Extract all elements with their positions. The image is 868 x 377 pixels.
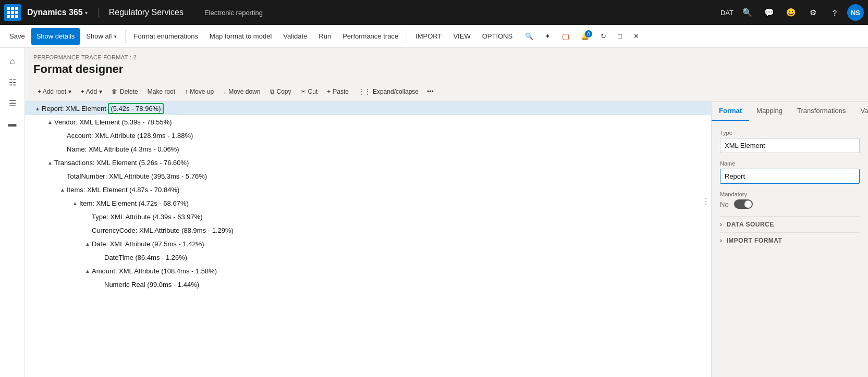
search-icon[interactable]: 🔍 bbox=[738, 3, 756, 22]
cmd-separator-1 bbox=[125, 30, 126, 43]
name-input[interactable] bbox=[720, 169, 860, 184]
import-button[interactable]: IMPORT bbox=[410, 28, 447, 45]
add-root-button[interactable]: + Add root ▾ bbox=[33, 84, 76, 99]
expand-icon: ⋮⋮ bbox=[358, 88, 371, 95]
data-source-section[interactable]: › DATA SOURCE bbox=[720, 216, 860, 232]
toggle-knob bbox=[744, 200, 752, 208]
show-all-button[interactable]: Show all ▾ bbox=[81, 28, 121, 45]
view-button[interactable]: VIEW bbox=[448, 28, 475, 45]
move-down-button[interactable]: ↓ Move down bbox=[219, 84, 264, 99]
mandatory-toggle[interactable] bbox=[734, 199, 753, 209]
show-details-button[interactable]: Show details bbox=[31, 28, 80, 45]
options-button[interactable]: OPTIONS bbox=[477, 28, 518, 45]
mandatory-no: No bbox=[720, 200, 729, 208]
name-label: Name bbox=[720, 160, 860, 167]
tree-item[interactable]: ▲Item: XML Element (4.72s - 68.67%) bbox=[25, 196, 711, 210]
settings-icon[interactable]: ⚙ bbox=[803, 3, 822, 22]
help-icon[interactable]: ? bbox=[825, 3, 844, 22]
refresh-icon[interactable]: ↻ bbox=[595, 28, 612, 45]
tree-item[interactable]: Account: XML Attribute (128.9ms - 1.88%) bbox=[25, 129, 711, 142]
tree-item[interactable]: Numeric Real (99.0ms - 1.44%) bbox=[25, 278, 711, 291]
tree-item-text: CurrencyCode: XML Attribute (88.9ms - 1.… bbox=[92, 227, 707, 234]
dynamics-chevron-icon[interactable]: ▾ bbox=[85, 10, 88, 16]
tree-toggle-icon bbox=[83, 212, 92, 221]
avatar[interactable]: NS bbox=[847, 4, 864, 21]
drag-handle[interactable]: ⋮ bbox=[701, 196, 711, 206]
sidebar-list-icon[interactable]: ☰ bbox=[3, 94, 22, 112]
chat-icon[interactable]: 💬 bbox=[760, 3, 778, 22]
move-down-icon: ↓ bbox=[223, 88, 226, 95]
tree-item-text: Date: XML Attribute (97.5ms - 1.42%) bbox=[92, 240, 707, 248]
bookmark-icon[interactable]: ✦ bbox=[540, 28, 556, 45]
tree-item[interactable]: ▲Amount: XML Attribute (108.4ms - 1.58%) bbox=[25, 264, 711, 278]
search-cmd-icon[interactable]: 🔍 bbox=[520, 28, 539, 45]
tree-toggle-icon bbox=[58, 145, 67, 153]
content-split: ▲Report: XML Element (5.42s - 78.96%)▲Ve… bbox=[25, 102, 868, 377]
maximize-icon[interactable]: □ bbox=[613, 28, 627, 45]
properties-panel: Format Mapping Transformations Validatio… bbox=[712, 102, 868, 377]
tab-transformations[interactable]: Transformations bbox=[790, 102, 853, 121]
sidebar-home-icon[interactable]: ⌂ bbox=[3, 52, 22, 71]
copy-icon: ⧉ bbox=[270, 88, 275, 95]
tree-toggle-icon bbox=[96, 280, 104, 288]
delete-button[interactable]: 🗑 Delete bbox=[107, 84, 142, 99]
office-icon[interactable]: ▢ bbox=[557, 28, 574, 45]
tree-toggle-icon[interactable]: ▲ bbox=[58, 185, 67, 194]
main-content: PERFORMANCE TRACE FORMAT : 2 Format desi… bbox=[25, 48, 868, 377]
add-root-chevron-icon: ▾ bbox=[68, 88, 71, 95]
tree-toggle-icon[interactable]: ▲ bbox=[33, 104, 42, 112]
tree-item-text: Items: XML Element (4.87s - 70.84%) bbox=[67, 186, 707, 194]
sidebar-layers-icon[interactable]: ▬ bbox=[3, 115, 22, 133]
tab-format[interactable]: Format bbox=[712, 102, 749, 121]
import-format-section[interactable]: › IMPORT FORMAT bbox=[720, 232, 860, 248]
tree-toggle-icon[interactable]: ▲ bbox=[46, 118, 54, 126]
tree-item[interactable]: ▲Report: XML Element (5.42s - 78.96%) bbox=[25, 102, 711, 115]
close-icon[interactable]: ✕ bbox=[628, 28, 644, 45]
performance-trace-button[interactable]: Performance trace bbox=[337, 28, 404, 45]
type-value: XML Element bbox=[720, 138, 860, 153]
tree-toggle-icon bbox=[83, 226, 92, 234]
tree-item-text: TotalNumber: XML Attribute (395.3ms - 5.… bbox=[67, 172, 707, 180]
paste-button[interactable]: + Paste bbox=[323, 84, 353, 99]
move-up-button[interactable]: ↑ Move up bbox=[180, 84, 218, 99]
mandatory-label: Mandatory bbox=[720, 191, 860, 197]
tree-item[interactable]: ▲Vendor: XML Element (5.39s - 78.55%) bbox=[25, 115, 711, 129]
cut-button[interactable]: ✂ Cut bbox=[297, 84, 322, 99]
tree-item[interactable]: ▲Transactions: XML Element (5.26s - 76.6… bbox=[25, 156, 711, 169]
tree-toggle-icon[interactable]: ▲ bbox=[83, 267, 92, 275]
format-toolbar: + Add root ▾ + Add ▾ 🗑 Delete Make root … bbox=[25, 82, 868, 102]
validate-button[interactable]: Validate bbox=[278, 28, 312, 45]
tree-panel: ▲Report: XML Element (5.42s - 78.96%)▲Ve… bbox=[25, 102, 712, 377]
map-format-to-model-button[interactable]: Map format to model bbox=[204, 28, 277, 45]
save-button[interactable]: Save bbox=[4, 28, 30, 45]
move-up-icon: ↑ bbox=[185, 88, 188, 95]
apps-grid-icon[interactable] bbox=[4, 4, 21, 21]
more-button[interactable]: ••• bbox=[424, 84, 437, 99]
tree-item[interactable]: Name: XML Attribute (4.3ms - 0.06%) bbox=[25, 142, 711, 156]
expand-collapse-button[interactable]: ⋮⋮ Expand/collapse bbox=[354, 84, 423, 99]
format-enumerations-button[interactable]: Format enumerations bbox=[129, 28, 204, 45]
tree-item[interactable]: ▲Date: XML Attribute (97.5ms - 1.42%) bbox=[25, 237, 711, 250]
add-label: + Add bbox=[81, 88, 97, 95]
copy-button[interactable]: ⧉ Copy bbox=[266, 84, 296, 99]
settings-face-icon[interactable]: 😀 bbox=[781, 3, 800, 22]
tree-item[interactable]: Type: XML Attribute (4.39s - 63.97%) bbox=[25, 210, 711, 223]
tree-toggle-icon[interactable]: ▲ bbox=[83, 240, 92, 248]
add-button[interactable]: + Add ▾ bbox=[77, 84, 106, 99]
tree-item[interactable]: CurrencyCode: XML Attribute (88.9ms - 1.… bbox=[25, 223, 711, 237]
tree-item[interactable]: DateTime (86.4ms - 1.26%) bbox=[25, 250, 711, 264]
notifications-button[interactable]: 🔔 0 bbox=[576, 28, 594, 45]
make-root-button[interactable]: Make root bbox=[143, 84, 179, 99]
top-navigation: Dynamics 365 ▾ Regulatory Services Elect… bbox=[0, 0, 868, 25]
sidebar-filter-icon[interactable]: ☷ bbox=[3, 73, 22, 92]
tree-item[interactable]: TotalNumber: XML Attribute (395.3ms - 5.… bbox=[25, 169, 711, 183]
run-button[interactable]: Run bbox=[313, 28, 336, 45]
import-format-arrow-icon: › bbox=[720, 237, 723, 244]
tree-item[interactable]: ▲Items: XML Element (4.87s - 70.84%) bbox=[25, 183, 711, 196]
tab-mapping[interactable]: Mapping bbox=[749, 102, 790, 121]
show-all-chevron-icon: ▾ bbox=[114, 34, 117, 39]
tab-validations[interactable]: Validations bbox=[853, 102, 868, 121]
tree-toggle-icon[interactable]: ▲ bbox=[71, 199, 79, 207]
tree-toggle-icon[interactable]: ▲ bbox=[46, 158, 54, 167]
tree-item-text: Amount: XML Attribute (108.4ms - 1.58%) bbox=[92, 267, 707, 275]
